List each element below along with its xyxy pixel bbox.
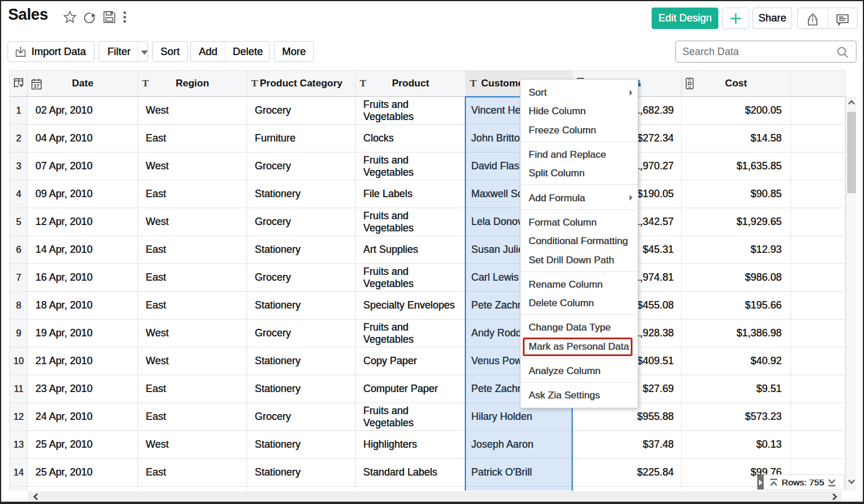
svg-text:17: 17 xyxy=(34,83,39,89)
